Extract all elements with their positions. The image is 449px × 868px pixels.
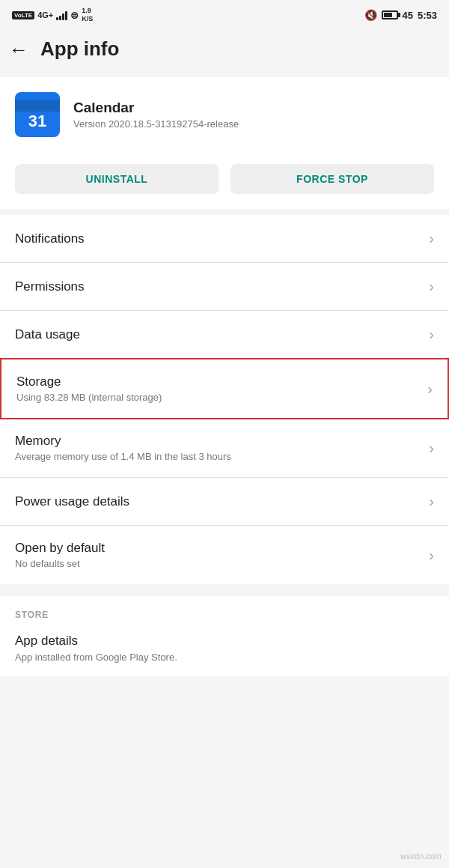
page-title: App info <box>40 37 119 61</box>
wifi-icon: ⊜ <box>70 10 79 21</box>
storage-title: Storage <box>16 374 418 389</box>
app-details-subtitle: App installed from Google Play Store. <box>15 652 434 663</box>
app-details-item[interactable]: App details App installed from Google Pl… <box>0 625 449 676</box>
chevron-icon: › <box>429 230 434 247</box>
app-info-card: 31 Calendar Version 2020.18.5-313192754-… <box>0 77 449 152</box>
store-label: STORE <box>0 596 449 625</box>
watermark: wsxdn.com <box>400 852 442 861</box>
uninstall-button[interactable]: UNINSTALL <box>15 164 219 194</box>
chevron-icon: › <box>429 278 434 295</box>
chevron-icon: › <box>429 440 434 457</box>
volte-badge: VoLTE <box>12 11 34 19</box>
signal-strength: 4G+ <box>37 10 53 19</box>
permissions-content: Permissions <box>15 279 420 294</box>
notifications-item[interactable]: Notifications › <box>0 215 449 263</box>
app-details: Calendar Version 2020.18.5-313192754-rel… <box>73 100 434 130</box>
power-usage-content: Power usage details <box>15 494 420 509</box>
vibrate-icon: 🔇 <box>364 9 377 21</box>
app-version: Version 2020.18.5-313192754-release <box>73 118 434 130</box>
header: ← App info <box>0 27 449 71</box>
permissions-title: Permissions <box>15 279 420 294</box>
app-details-title: App details <box>15 634 434 649</box>
data-usage-title: Data usage <box>15 327 420 342</box>
permissions-item[interactable]: Permissions › <box>0 263 449 311</box>
storage-item[interactable]: Storage Using 83.28 MB (internal storage… <box>0 358 449 419</box>
signal-bars <box>56 10 67 20</box>
buttons-row: UNINSTALL FORCE STOP <box>0 152 449 209</box>
speed-text: 1.9K/S <box>82 7 93 23</box>
chevron-icon: › <box>429 326 434 343</box>
app-icon: 31 <box>15 92 60 137</box>
notifications-title: Notifications <box>15 231 420 246</box>
divider-1 <box>0 209 449 215</box>
storage-subtitle: Using 83.28 MB (internal storage) <box>16 392 418 403</box>
status-right: 🔇 45 5:53 <box>364 9 438 21</box>
storage-content: Storage Using 83.28 MB (internal storage… <box>16 374 418 403</box>
status-left: VoLTE 4G+ ⊜ 1.9K/S <box>12 7 93 23</box>
back-button[interactable]: ← <box>9 40 28 59</box>
force-stop-button[interactable]: FORCE STOP <box>230 164 434 194</box>
notifications-content: Notifications <box>15 231 420 246</box>
chevron-icon: › <box>429 547 434 564</box>
status-bar: VoLTE 4G+ ⊜ 1.9K/S 🔇 45 5:53 <box>0 0 449 27</box>
memory-item[interactable]: Memory Average memory use of 1.4 MB in t… <box>0 419 449 478</box>
store-section: STORE App details App installed from Goo… <box>0 596 449 676</box>
memory-content: Memory Average memory use of 1.4 MB in t… <box>15 434 420 462</box>
chevron-icon: › <box>427 380 433 398</box>
power-usage-title: Power usage details <box>15 494 420 509</box>
calendar-top-bar <box>15 100 60 112</box>
open-by-default-subtitle: No defaults set <box>15 558 420 569</box>
battery-level: 45 <box>403 10 413 21</box>
data-usage-content: Data usage <box>15 327 420 342</box>
clock: 5:53 <box>418 10 437 21</box>
open-by-default-content: Open by default No defaults set <box>15 541 420 569</box>
open-by-default-title: Open by default <box>15 541 420 556</box>
open-by-default-item[interactable]: Open by default No defaults set › <box>0 526 449 584</box>
memory-title: Memory <box>15 434 420 449</box>
memory-subtitle: Average memory use of 1.4 MB in the last… <box>15 451 420 462</box>
calendar-day-number: 31 <box>28 112 46 130</box>
data-usage-item[interactable]: Data usage › <box>0 311 449 359</box>
chevron-icon: › <box>429 493 434 510</box>
app-name: Calendar <box>73 100 434 116</box>
power-usage-item[interactable]: Power usage details › <box>0 478 449 526</box>
divider-2 <box>0 584 449 590</box>
battery-icon <box>382 10 398 19</box>
menu-section: Notifications › Permissions › Data usage… <box>0 215 449 584</box>
